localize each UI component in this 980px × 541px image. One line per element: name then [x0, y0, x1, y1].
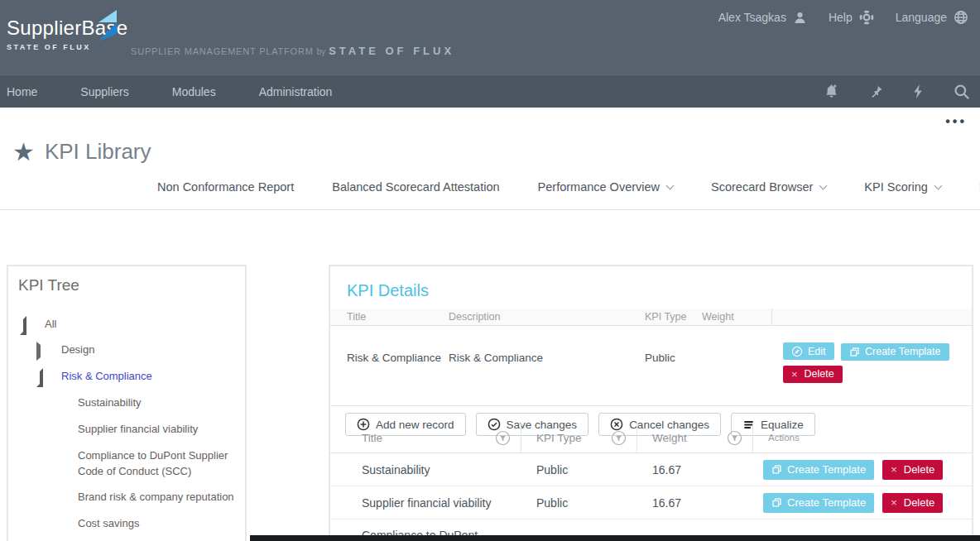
kpi-table: Title KPI Type Weight Actions Sustainabi…	[330, 423, 972, 541]
expand-closed-icon[interactable]	[36, 345, 50, 357]
template-copy-icon	[771, 497, 782, 508]
column-header-weight[interactable]: Weight	[637, 423, 753, 452]
create-template-button[interactable]: Create Template	[763, 493, 874, 513]
filter-icon[interactable]	[727, 430, 742, 446]
bolt-icon[interactable]	[911, 84, 925, 99]
tab-balanced-scorecard-attestation[interactable]: Balanced Scorecard Attestation	[332, 180, 499, 194]
page-title: ★ KPI Library	[12, 139, 151, 165]
language-label: Language	[896, 11, 947, 24]
tree-item-sustainability[interactable]: Sustainability	[8, 390, 245, 417]
supplierbase-app: SupplierBase STATE OF FLUX SUPPLIER MANA…	[0, 0, 980, 541]
row-actions: Create Template × Delete	[753, 493, 972, 513]
user-name: Alex Tsagkas	[718, 11, 786, 24]
delete-button[interactable]: × Delete	[783, 366, 843, 383]
chevron-down-icon	[666, 181, 675, 189]
expand-open-icon[interactable]	[20, 319, 33, 332]
detail-title-value: Risk & Compliance	[347, 352, 441, 364]
template-copy-icon	[771, 464, 782, 475]
detail-actions-divider	[771, 309, 772, 326]
supplierbase-logo[interactable]: SupplierBase STATE OF FLUX	[7, 17, 127, 51]
create-template-button[interactable]: Create Template	[841, 343, 949, 361]
tagline-text: SUPPLIER MANAGEMENT PLATFORM	[131, 46, 314, 56]
nav-item-suppliers[interactable]: Suppliers	[59, 75, 150, 108]
module-tabs: Non Conformance Report Balanced Scorecar…	[157, 180, 980, 194]
row-kpi-type: Public	[521, 463, 637, 476]
filter-icon[interactable]	[611, 430, 627, 446]
user-icon	[793, 11, 807, 25]
tree-item-compliance-dupont-scc[interactable]: Compliance to DuPont Supplier Code of Co…	[8, 443, 245, 485]
row-title: Sustainability	[347, 463, 521, 476]
column-header-actions: Actions	[753, 433, 972, 443]
tree-item-all[interactable]: All	[8, 311, 245, 338]
detail-kpi-type-value: Public	[645, 352, 675, 364]
filter-icon[interactable]	[495, 430, 511, 446]
column-header-kpi-type[interactable]: KPI Type	[521, 423, 637, 452]
delete-button[interactable]: × Delete	[882, 493, 943, 513]
table-row[interactable]: Sustainability Public 16.67 Create Templ…	[330, 453, 972, 486]
bottom-edge-bar	[250, 535, 980, 541]
detail-header-description: Description	[449, 311, 501, 323]
nav-item-home[interactable]: Home	[0, 75, 59, 108]
tree-item-cost-savings-leaf[interactable]: Cost savings	[8, 511, 245, 538]
platform-tagline: SUPPLIER MANAGEMENT PLATFORMbySTATE OF F…	[131, 45, 454, 57]
chevron-down-icon	[934, 181, 942, 189]
tab-non-conformance-report[interactable]: Non Conformance Report	[157, 180, 294, 194]
favorite-star-icon[interactable]: ★	[12, 140, 35, 165]
tab-performance-overview[interactable]: Performance Overview	[538, 180, 673, 194]
overflow-menu[interactable]: •••	[945, 114, 967, 129]
pin-icon[interactable]	[867, 84, 883, 99]
logo-subtitle: STATE OF FLUX	[7, 43, 127, 51]
tree-item-quality-product-risks[interactable]: Quality product risks	[8, 538, 245, 541]
page-title-text: KPI Library	[45, 139, 151, 165]
nav-items: Home Suppliers Modules Administration	[0, 75, 353, 108]
nav-icons	[824, 75, 970, 108]
table-row[interactable]: Supplier financial viability Public 16.6…	[330, 486, 972, 519]
delete-button[interactable]: × Delete	[882, 460, 943, 480]
edit-button[interactable]: Edit	[783, 342, 834, 360]
expand-open-icon[interactable]	[36, 371, 50, 384]
delete-x-icon: ×	[891, 464, 897, 475]
tabs-divider	[0, 209, 980, 210]
language-menu[interactable]: Language	[896, 10, 968, 25]
help-menu[interactable]: Help	[829, 10, 874, 25]
row-kpi-type: Public	[521, 496, 637, 510]
detail-header-kpi-type: KPI Type	[645, 311, 687, 323]
create-template-button[interactable]: Create Template	[763, 460, 874, 480]
delete-x-icon: ×	[791, 369, 798, 380]
nav-item-administration[interactable]: Administration	[238, 75, 354, 108]
main-nav: Home Suppliers Modules Administration	[0, 74, 980, 108]
delete-x-icon: ×	[891, 497, 897, 508]
detail-header-weight: Weight	[702, 311, 734, 323]
row-actions: Create Template × Delete	[753, 460, 972, 480]
detail-grid-header: Title Description KPI Type Weight	[330, 309, 972, 326]
search-icon[interactable]	[954, 84, 970, 100]
user-menu[interactable]: Alex Tsagkas	[718, 11, 807, 25]
tree-item-risk-compliance[interactable]: Risk & Compliance	[8, 364, 245, 390]
tab-kpi-scoring[interactable]: KPI Scoring	[864, 180, 941, 194]
nav-item-modules[interactable]: Modules	[151, 75, 238, 108]
logo-arrow-icon	[95, 8, 118, 43]
row-weight: 16.67	[637, 463, 753, 476]
tab-scorecard-browser[interactable]: Scorecard Browser	[711, 180, 826, 194]
help-lifering-icon	[859, 10, 874, 25]
tree-item-design[interactable]: Design	[8, 338, 245, 364]
kpi-tree-panel: KPI Tree All Design Risk & Compliance Su…	[7, 265, 247, 541]
tagline-brand: STATE OF FLUX	[329, 45, 454, 57]
globe-icon	[954, 10, 968, 25]
tree-item-supplier-financial-viability[interactable]: Supplier financial viability	[8, 416, 245, 443]
row-title: Supplier financial viability	[347, 496, 521, 510]
detail-description-value: Risk & Compliance	[449, 352, 543, 364]
row-weight: 16.67	[637, 496, 753, 510]
tree-item-brand-risk[interactable]: Brand risk & company reputation	[8, 485, 245, 511]
kpi-details-title: KPI Details	[347, 281, 972, 300]
header-right: Alex Tsagkas Help Language	[718, 10, 968, 25]
detail-header-title: Title	[347, 311, 366, 323]
top-header: SupplierBase STATE OF FLUX SUPPLIER MANA…	[0, 0, 980, 74]
kpi-tree: All Design Risk & Compliance Sustainabil…	[8, 311, 245, 541]
column-header-title[interactable]: Title	[347, 423, 521, 452]
kpi-details-panel: KPI Details Title Description KPI Type W…	[329, 265, 973, 541]
chevron-down-icon	[819, 181, 828, 189]
tagline-by: by	[317, 47, 326, 56]
kpi-tree-title: KPI Tree	[18, 276, 245, 294]
bell-icon[interactable]	[824, 84, 839, 99]
